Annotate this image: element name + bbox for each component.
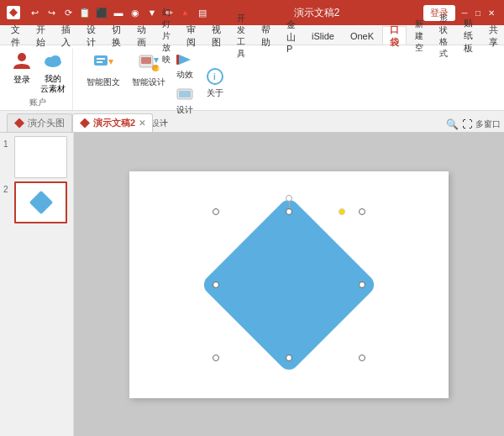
about-icon: i: [206, 67, 224, 86]
doc-tab-intro-label: 演介头图: [28, 117, 65, 129]
cloud-icon: [41, 49, 65, 72]
main-area: 1 2: [0, 133, 504, 436]
qt-icon-5[interactable]: ◉: [128, 5, 143, 20]
slide-panel: 1 2: [0, 133, 74, 436]
search-icon[interactable]: 🔍: [446, 118, 459, 130]
tab-dev[interactable]: 开发工具: [229, 26, 253, 45]
ppt-icon-main: [80, 118, 90, 129]
smart-design-btn[interactable]: ✨ 智能设计: [127, 49, 171, 118]
handle-bot-mid[interactable]: [286, 355, 292, 361]
handle-top-right[interactable]: [359, 208, 365, 215]
quick-access-toolbar: ↩ ↪ ⟳ 📋 ⬛ ▬ ◉ ▼ ✏ 🔺 ▤: [27, 5, 210, 20]
tab-animate[interactable]: 动画: [129, 26, 154, 45]
about-label: 关于: [207, 87, 223, 99]
title-bar: ↩ ↪ ⟳ 📋 ⬛ ▬ ◉ ▼ ✏ 🔺 ▤ 演示文稿2 登录 ─ □ ✕: [0, 0, 504, 25]
doc-tab-intro[interactable]: 演介头图: [7, 113, 72, 132]
motion-btn[interactable]: 动效: [172, 49, 197, 82]
login-ribbon-btn[interactable]: 登录: [10, 49, 34, 94]
motion-label: 动效: [176, 69, 193, 81]
handle-top-left[interactable]: [213, 208, 219, 215]
tab-slideshow[interactable]: 幻灯片放映: [155, 26, 178, 45]
add-tab-button[interactable]: +: [156, 113, 173, 130]
doc-tabs-right: 🔍 ⛶ 多窗口: [446, 118, 504, 130]
tab-home[interactable]: 开始: [29, 26, 53, 45]
tab-shapestyle[interactable]: 形状格式: [432, 26, 455, 45]
slide-diamond-thumbnail: [29, 191, 52, 214]
account-icons: 登录 我的云素材: [10, 49, 66, 94]
svg-point-3: [50, 55, 60, 64]
about-btn[interactable]: i 关于: [202, 49, 228, 118]
slide-thumb-2[interactable]: 2: [3, 181, 67, 223]
qt-icon-4[interactable]: ▬: [111, 5, 126, 20]
tab-switch[interactable]: 切换: [104, 26, 129, 45]
qt-icon-9[interactable]: ▤: [195, 5, 210, 20]
selection-box: [216, 212, 362, 358]
svg-rect-16: [179, 91, 191, 97]
cloud-label: 我的云素材: [40, 74, 66, 94]
svg-rect-4: [94, 55, 108, 66]
handle-bot-right[interactable]: [359, 355, 365, 361]
ribbon-content: 登录 我的云素材 账户: [0, 45, 504, 111]
tab-view[interactable]: 视图: [204, 26, 228, 45]
smart-graphic-icon: [92, 51, 115, 75]
smart-graphic-btn[interactable]: 智能图文: [81, 49, 125, 118]
motion-icon: [176, 50, 194, 69]
tab-onek[interactable]: OneK: [343, 26, 381, 45]
canvas-area: [74, 133, 504, 436]
qt-icon-8[interactable]: 🔺: [178, 5, 193, 20]
tab-insert[interactable]: 插入: [54, 26, 78, 45]
svg-marker-7: [108, 60, 113, 65]
slide-preview-2[interactable]: [14, 181, 67, 223]
smart-graphic-label: 智能图文: [87, 76, 120, 88]
qt-icon-2[interactable]: 📋: [77, 5, 92, 20]
slide-canvas[interactable]: [129, 171, 449, 398]
qt-icon-3[interactable]: ⬛: [94, 5, 109, 20]
slide-preview-1[interactable]: [14, 136, 67, 178]
user-icon: [10, 49, 34, 72]
tab-islide[interactable]: iSlide: [304, 26, 342, 45]
svg-marker-13: [179, 55, 191, 65]
expand-icon[interactable]: ⛶: [462, 118, 472, 130]
shape-container[interactable]: [213, 209, 365, 360]
tab-help[interactable]: 帮助: [254, 26, 278, 45]
smart-design-label: 智能设计: [132, 76, 165, 88]
handle-mid-left[interactable]: [213, 281, 219, 288]
title-bar-right: 登录 ─ □ ✕: [423, 5, 497, 21]
redo-button[interactable]: ↪: [44, 5, 59, 20]
tab-share[interactable]: 共享: [481, 26, 504, 45]
tab-newrec[interactable]: 新建空: [407, 26, 431, 45]
slide-number-1: 1: [3, 139, 12, 149]
doc-tab-main[interactable]: 演示文稿2 ✕: [72, 113, 153, 132]
close-button[interactable]: ✕: [486, 7, 497, 18]
handle-mid-right[interactable]: [359, 281, 365, 288]
ppt-icon-intro: [14, 118, 24, 129]
undo-button[interactable]: ↩: [27, 5, 42, 20]
rotate-handle[interactable]: [286, 195, 292, 202]
slide-thumb-1[interactable]: 1: [3, 136, 67, 178]
ribbon-tabs: 文件 开始 插入 设计 切换 动画 幻灯片放映 审阅 视图 开发工具 帮助 金山…: [0, 25, 504, 45]
multiwin-btn[interactable]: 多窗口: [475, 118, 501, 130]
tab-review[interactable]: 审阅: [179, 26, 203, 45]
tab-file[interactable]: 文件: [3, 26, 28, 45]
svg-rect-5: [97, 58, 105, 60]
qt-icon-1[interactable]: ⟳: [60, 5, 76, 20]
design-btn[interactable]: 设计: [172, 84, 197, 118]
qt-icon-6[interactable]: ▼: [144, 5, 160, 20]
maximize-button[interactable]: □: [472, 7, 484, 18]
tab-jinshan[interactable]: 金山P: [279, 26, 303, 45]
svg-marker-10: [154, 58, 159, 63]
handle-bot-left[interactable]: [213, 355, 219, 361]
login-label: 登录: [13, 74, 30, 86]
tab-sticker[interactable]: 贴纸板: [456, 26, 480, 45]
smart-design-icon: ✨: [137, 51, 160, 75]
svg-text:i: i: [213, 72, 216, 81]
yellow-handle[interactable]: [339, 208, 345, 215]
handle-top-mid[interactable]: [286, 208, 292, 215]
tab-design[interactable]: 设计: [79, 26, 103, 45]
ribbon-group-account: 登录 我的云素材 账户: [3, 49, 73, 110]
doc-tab-close-btn[interactable]: ✕: [139, 118, 145, 128]
cloud-materials-btn[interactable]: 我的云素材: [40, 49, 66, 94]
tab-pocket[interactable]: 口袋: [382, 26, 407, 45]
ribbon-group-ai: 智能图文 ✨ 智能设计: [75, 49, 234, 110]
document-tabs: 演介头图 演示文稿2 ✕ + 🔍 ⛶ 多窗口: [0, 111, 504, 133]
